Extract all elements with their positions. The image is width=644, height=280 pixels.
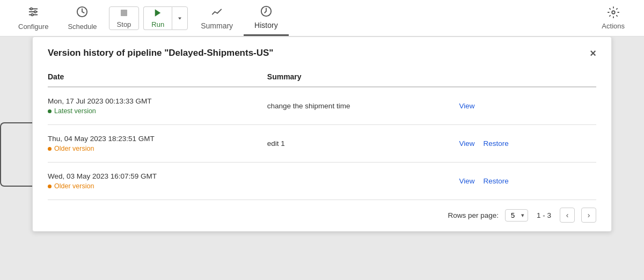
toolbar: Configure Schedule Stop Run bbox=[0, 0, 644, 36]
row-summary-cell: edit 1 bbox=[267, 125, 459, 163]
row-version-label: Older version bbox=[48, 145, 261, 152]
run-icon bbox=[153, 8, 163, 19]
actions-label: Actions bbox=[602, 22, 625, 30]
dialog-body: Date Summary Mon, 17 Jul 2023 00:13:33 G… bbox=[33, 67, 611, 231]
view-link[interactable]: View bbox=[459, 177, 474, 185]
version-history-dialog: Version history of pipeline "Delayed-Shi… bbox=[32, 36, 612, 232]
configure-icon bbox=[27, 6, 39, 20]
restore-link[interactable]: Restore bbox=[484, 139, 509, 148]
svg-rect-7 bbox=[121, 10, 127, 16]
svg-point-11 bbox=[612, 11, 615, 14]
row-actions-cell: ViewRestore bbox=[459, 125, 596, 163]
row-date: Mon, 17 Jul 2023 00:13:33 GMT bbox=[48, 97, 261, 105]
dialog-header: Version history of pipeline "Delayed-Shi… bbox=[33, 37, 611, 67]
row-version-label: Older version bbox=[48, 182, 261, 190]
schedule-icon bbox=[76, 6, 88, 20]
main-content: Version history of pipeline "Delayed-Shi… bbox=[0, 36, 644, 280]
pagination-row: Rows per page: 5 10 25 ▾ 1 - 3 ‹ › bbox=[48, 200, 596, 231]
history-label: History bbox=[254, 21, 278, 30]
run-button[interactable]: Run bbox=[143, 6, 172, 30]
version-table: Date Summary Mon, 17 Jul 2023 00:13:33 G… bbox=[48, 67, 596, 200]
sidebar-shape bbox=[0, 122, 32, 187]
version-dot-icon bbox=[48, 109, 52, 113]
col-date-header: Date bbox=[48, 67, 267, 87]
rows-per-page-select-wrap[interactable]: 5 10 25 ▾ bbox=[505, 209, 528, 222]
row-action-buttons: View bbox=[459, 102, 590, 110]
run-dropdown-button[interactable] bbox=[172, 6, 188, 30]
version-dot-icon bbox=[48, 185, 52, 188]
row-date-cell: Wed, 03 May 2023 16:07:59 GMTOlder versi… bbox=[48, 163, 267, 200]
summary-icon bbox=[211, 6, 223, 19]
row-date-cell: Mon, 17 Jul 2023 00:13:33 GMTLatest vers… bbox=[48, 87, 267, 125]
svg-point-4 bbox=[34, 11, 36, 13]
version-dot-icon bbox=[48, 147, 52, 151]
configure-label: Configure bbox=[18, 23, 48, 31]
summary-tab[interactable]: Summary bbox=[190, 0, 244, 36]
col-actions-header bbox=[459, 67, 596, 87]
select-chevron-icon: ▾ bbox=[521, 212, 524, 219]
schedule-label: Schedule bbox=[68, 23, 97, 31]
dialog-title: Version history of pipeline "Delayed-Shi… bbox=[48, 48, 273, 58]
row-version-label: Latest version bbox=[48, 107, 261, 115]
svg-point-3 bbox=[31, 8, 33, 10]
svg-point-5 bbox=[32, 13, 34, 16]
svg-marker-8 bbox=[155, 9, 161, 17]
stop-label: Stop bbox=[117, 20, 131, 28]
stop-button[interactable]: Stop bbox=[109, 6, 140, 30]
configure-button[interactable]: Configure bbox=[9, 0, 58, 36]
actions-icon bbox=[608, 6, 619, 20]
table-row: Mon, 17 Jul 2023 00:13:33 GMTLatest vers… bbox=[48, 87, 596, 125]
svg-marker-9 bbox=[178, 17, 181, 19]
summary-label: Summary bbox=[201, 21, 233, 30]
history-icon bbox=[260, 5, 272, 19]
rows-per-page-select[interactable]: 5 10 25 bbox=[511, 211, 519, 219]
row-date: Wed, 03 May 2023 16:07:59 GMT bbox=[48, 172, 261, 180]
table-row: Wed, 03 May 2023 16:07:59 GMTOlder versi… bbox=[48, 163, 596, 200]
rows-per-page-label: Rows per page: bbox=[448, 211, 499, 219]
dialog-close-button[interactable]: × bbox=[590, 48, 596, 58]
run-group: Run bbox=[143, 6, 188, 30]
history-tab[interactable]: History bbox=[244, 0, 289, 36]
view-link[interactable]: View bbox=[459, 102, 474, 110]
row-summary-cell: change the shipment time bbox=[267, 87, 459, 125]
row-action-buttons: ViewRestore bbox=[459, 177, 590, 185]
row-date-cell: Thu, 04 May 2023 18:23:51 GMTOlder versi… bbox=[48, 125, 267, 163]
col-summary-header: Summary bbox=[267, 67, 459, 87]
page-range: 1 - 3 bbox=[537, 211, 551, 219]
actions-button[interactable]: Actions bbox=[591, 0, 635, 36]
view-link[interactable]: View bbox=[459, 139, 474, 148]
row-actions-cell: View bbox=[459, 87, 596, 125]
restore-link[interactable]: Restore bbox=[484, 177, 509, 185]
schedule-button[interactable]: Schedule bbox=[58, 0, 106, 36]
run-label: Run bbox=[151, 20, 164, 28]
row-actions-cell: ViewRestore bbox=[459, 163, 596, 200]
table-row: Thu, 04 May 2023 18:23:51 GMTOlder versi… bbox=[48, 125, 596, 163]
prev-page-button[interactable]: ‹ bbox=[560, 208, 575, 223]
stop-icon bbox=[119, 8, 129, 19]
row-date: Thu, 04 May 2023 18:23:51 GMT bbox=[48, 135, 261, 143]
row-summary-cell bbox=[267, 163, 459, 200]
row-action-buttons: ViewRestore bbox=[459, 139, 590, 148]
next-page-button[interactable]: › bbox=[581, 208, 596, 223]
